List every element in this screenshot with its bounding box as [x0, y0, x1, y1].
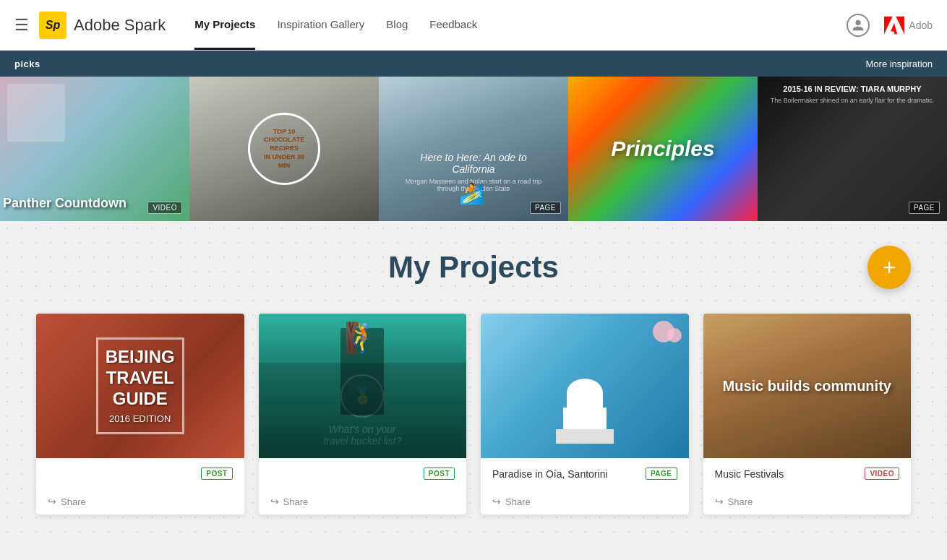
nav-item-inspiration-gallery[interactable]: Inspiration Gallery [277, 1, 364, 50]
project-card-2[interactable]: 🏅 What's on yourtravel bucket list? 🧗 PO… [259, 314, 467, 514]
share-icon-1: ↪ [48, 496, 56, 507]
gallery-item-4-title: Principles [611, 137, 714, 161]
share-icon-3: ↪ [492, 496, 501, 507]
card-4-share[interactable]: ↪ Share [703, 488, 912, 514]
logo-icon: Sp [39, 12, 67, 39]
main-content: My Projects + BEIJING TRAVEL GUIDE 2016 … [0, 221, 947, 543]
card-3-image [481, 314, 689, 458]
menu-icon[interactable]: ☰ [14, 16, 29, 35]
card-2-image: 🏅 What's on yourtravel bucket list? 🧗 [259, 314, 467, 458]
card-4-image: Music builds community [703, 314, 912, 458]
add-project-button[interactable]: + [867, 246, 911, 289]
share-icon-2: ↪ [270, 496, 279, 507]
card-2-footer: POST [259, 458, 467, 488]
share-icon-4: ↪ [715, 496, 724, 507]
card-1-footer: POST [36, 458, 244, 488]
gallery-item-5-badge: Page [909, 202, 940, 214]
gallery-item-2-title: TOP 10CHOCOLATERECIPESIN UNDER 30 MIN [257, 128, 311, 170]
card-2-share-label: Share [283, 496, 309, 507]
card-2-badge: POST [424, 468, 455, 480]
project-card-3[interactable]: Paradise in Oía, Santorini PAGE ↪ Share [481, 314, 689, 514]
header: ☰ Sp Adobe Spark My Projects Inspiration… [0, 0, 947, 51]
banner-more-link[interactable]: More inspiration [866, 59, 933, 69]
gallery-item-5-title: 2015-16 IN REVIEW: TIARA MURPHY The Boil… [767, 84, 938, 104]
card-3-badge: PAGE [646, 468, 677, 480]
card-3-share-label: Share [505, 496, 531, 507]
gallery-item-1-badge: Video [147, 202, 182, 214]
gallery-item-3-badge: Page [530, 202, 561, 214]
gallery-strip: Panther Countdown Video TOP 10CHOCOLATER… [0, 77, 947, 221]
project-card-4[interactable]: Music builds community Music Festivals V… [703, 314, 912, 514]
nav-item-feedback[interactable]: Feedback [429, 1, 477, 50]
section-title: My Projects [388, 250, 559, 285]
gallery-item-4[interactable]: Principles [568, 77, 758, 221]
header-right: Adob [847, 14, 933, 37]
gallery-item-5[interactable]: 2015-16 IN REVIEW: TIARA MURPHY The Boil… [758, 77, 947, 221]
card-1-badge: POST [201, 468, 232, 480]
card-4-text: Music builds community [723, 378, 891, 395]
banner-picks-label: picks [14, 59, 40, 69]
nav-item-my-projects[interactable]: My Projects [194, 1, 255, 50]
card-1-text: BEIJING TRAVEL GUIDE 2016 EDITION [96, 337, 184, 434]
card-4-title: Music Festivals [715, 468, 784, 480]
card-2-share[interactable]: ↪ Share [259, 488, 467, 514]
card-3-title: Paradise in Oía, Santorini [492, 468, 608, 480]
gallery-item-3[interactable]: Here to Here: An ode to California Morga… [379, 77, 568, 221]
adobe-logo: Adob [884, 15, 933, 35]
user-avatar-icon[interactable] [847, 14, 870, 37]
nav-item-blog[interactable]: Blog [386, 1, 408, 50]
card-3-share[interactable]: ↪ Share [481, 488, 689, 514]
logo-container[interactable]: Sp Adobe Spark [39, 12, 166, 39]
card-1-image: BEIJING TRAVEL GUIDE 2016 EDITION [36, 314, 244, 458]
projects-grid: BEIJING TRAVEL GUIDE 2016 EDITION POST ↪… [36, 314, 911, 514]
main-nav: My Projects Inspiration Gallery Blog Fee… [194, 1, 847, 50]
card-4-share-label: Share [728, 496, 753, 507]
card-4-footer: Music Festivals VIDEO [703, 458, 912, 488]
gallery-item-1[interactable]: Panther Countdown Video [0, 77, 189, 221]
gallery-item-2[interactable]: TOP 10CHOCOLATERECIPESIN UNDER 30 MIN [189, 77, 379, 221]
card-1-share-label: Share [61, 496, 86, 507]
gallery-item-1-title: Panther Countdown [3, 196, 127, 211]
card-3-footer: Paradise in Oía, Santorini PAGE [481, 458, 689, 488]
section-header: My Projects + [36, 250, 911, 285]
project-card-1[interactable]: BEIJING TRAVEL GUIDE 2016 EDITION POST ↪… [36, 314, 244, 514]
adobe-text: Adob [909, 20, 933, 31]
adobe-logo-icon [884, 15, 904, 35]
inspiration-banner: picks More inspiration [0, 51, 947, 77]
card-4-badge: VIDEO [865, 468, 899, 480]
logo-text: Adobe Spark [74, 16, 166, 35]
card-1-share[interactable]: ↪ Share [36, 488, 244, 514]
